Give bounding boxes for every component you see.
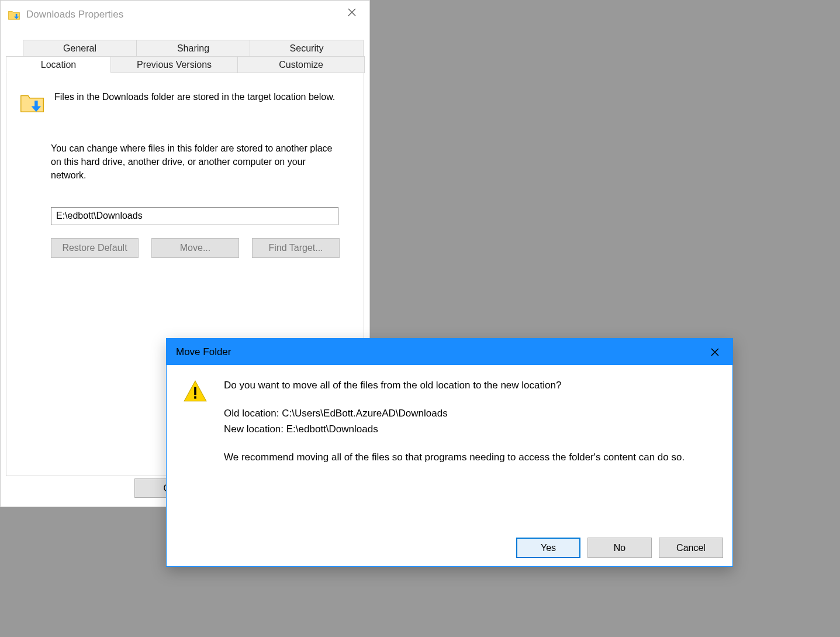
move-folder-title: Move Folder: [176, 346, 231, 358]
cancel-button[interactable]: Cancel: [659, 538, 723, 558]
downloads-folder-icon: [8, 8, 20, 21]
move-folder-close-button[interactable]: [697, 339, 732, 365]
description-text: You can change where files in this folde…: [51, 142, 343, 183]
move-folder-titlebar[interactable]: Move Folder: [167, 339, 732, 365]
properties-titlebar[interactable]: Downloads Properties: [1, 1, 369, 28]
close-icon: [711, 348, 719, 356]
properties-title: Downloads Properties: [26, 9, 123, 20]
move-question: Do you want to move all of the files fro…: [224, 378, 685, 393]
move-folder-text: Do you want to move all of the files fro…: [224, 378, 685, 478]
warning-icon: [183, 379, 208, 478]
yes-button[interactable]: Yes: [516, 538, 580, 558]
tab-security[interactable]: Security: [250, 40, 364, 57]
close-button[interactable]: [334, 1, 369, 24]
tab-customize[interactable]: Customize: [237, 56, 365, 73]
find-target-button[interactable]: Find Target...: [252, 238, 340, 258]
svg-rect-1: [194, 396, 196, 398]
restore-default-button[interactable]: Restore Default: [51, 238, 139, 258]
location-path-input[interactable]: [51, 207, 338, 225]
new-location: New location: E:\edbott\Downloads: [224, 422, 685, 437]
svg-rect-0: [194, 387, 196, 395]
tab-strip: General Sharing Security Location Previo…: [6, 40, 364, 73]
intro-text: Files in the Downloads folder are stored…: [54, 90, 335, 104]
move-recommend: We recommend moving all of the files so …: [224, 450, 685, 465]
tab-sharing[interactable]: Sharing: [136, 40, 250, 57]
tab-previous-versions[interactable]: Previous Versions: [110, 56, 238, 73]
move-folder-dialog: Move Folder Do you want to move all of t…: [166, 338, 733, 567]
no-button[interactable]: No: [587, 538, 652, 558]
move-folder-footer: Yes No Cancel: [516, 538, 723, 558]
close-icon: [348, 8, 356, 16]
tab-location[interactable]: Location: [6, 56, 111, 73]
move-button[interactable]: Move...: [151, 238, 239, 258]
tab-general[interactable]: General: [23, 40, 137, 57]
old-location: Old location: C:\Users\EdBott.AzureAD\Do…: [224, 406, 685, 421]
downloads-folder-large-icon: [19, 90, 45, 116]
